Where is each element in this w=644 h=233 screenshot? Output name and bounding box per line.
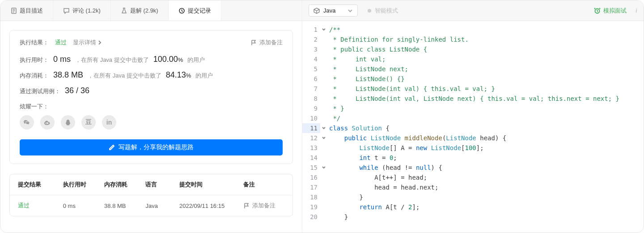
code-line[interactable]: class Solution { <box>329 123 644 133</box>
chevron-right-icon <box>97 40 102 45</box>
code-line[interactable]: */ <box>329 113 644 123</box>
tab-label: 提交记录 <box>188 7 211 15</box>
row-lang: Java <box>145 203 179 209</box>
th-memory: 内存消耗 <box>104 181 145 189</box>
th-time: 提交时间 <box>179 181 243 189</box>
th-runtime: 执行用时 <box>63 181 104 189</box>
tests-value: 36 / 36 <box>65 86 89 95</box>
write-solution-button[interactable]: 写题解，分享我的解题思路 <box>20 139 283 155</box>
add-note-link[interactable]: 添加备注 <box>250 39 283 47</box>
line-number: 14 <box>302 153 318 163</box>
code-line[interactable]: * ListNode(int val) { this.val = val; } <box>329 84 644 94</box>
table-row[interactable]: 通过 0 ms 38.8 MB Java 2022/09/11 16:15 添加… <box>10 195 292 216</box>
tab-solutions[interactable]: 题解 (2.9k) <box>111 0 169 21</box>
code-editor[interactable]: 1234567891011121314151617181920 /** * De… <box>302 21 644 233</box>
row-memory: 38.8 MB <box>104 203 145 209</box>
fold-toggle[interactable] <box>320 25 327 35</box>
code-line[interactable]: } <box>329 212 644 222</box>
fold-toggle[interactable] <box>320 133 327 143</box>
memory-pct: 84.13 <box>166 70 186 79</box>
pencil-icon <box>109 144 115 151</box>
code-line[interactable]: while (head != null) { <box>329 163 644 173</box>
cube-icon <box>314 8 320 14</box>
fold-toggle[interactable] <box>320 123 327 133</box>
clock-icon <box>178 7 185 14</box>
code-line[interactable]: head = head.next; <box>329 182 644 192</box>
info-icon[interactable]: i <box>636 7 637 14</box>
smart-mode[interactable]: 智能模式 <box>368 7 398 15</box>
code-line[interactable]: A[t++] = head; <box>329 173 644 182</box>
code-line[interactable]: * int val; <box>329 54 644 64</box>
row-result[interactable]: 通过 <box>18 202 63 210</box>
memory-value: 38.8 MB <box>53 70 83 80</box>
line-number: 16 <box>302 173 318 182</box>
show-details-link[interactable]: 显示详情 <box>73 39 102 47</box>
share-wechat-icon[interactable] <box>20 115 34 129</box>
code-line[interactable]: ListNode[] A = new ListNode[100]; <box>329 143 644 153</box>
chevron-down-icon <box>347 8 353 13</box>
tab-label: 题目描述 <box>20 7 43 15</box>
language-select[interactable]: Java <box>309 4 358 17</box>
row-add-note[interactable]: 添加备注 <box>243 202 284 210</box>
th-result: 提交结果 <box>18 181 63 189</box>
flag-icon <box>250 39 257 46</box>
result-card: 执行结果： 通过 显示详情 添加备注 执行用时： 0 ms <box>9 30 293 164</box>
tab-label: 题解 (2.9k) <box>130 7 158 15</box>
line-number: 8 <box>302 94 318 104</box>
tab-label: 评论 (1.2k) <box>72 7 101 15</box>
flag-icon <box>243 203 250 209</box>
code-line[interactable]: * } <box>329 104 644 113</box>
code-line[interactable]: int t = 0; <box>329 153 644 163</box>
line-number: 5 <box>302 64 318 74</box>
line-number: 17 <box>302 182 318 192</box>
runtime-line: 执行用时： 0 ms ，在所有 Java 提交中击败了 100.00% 的用户 <box>20 55 283 64</box>
line-number: 10 <box>302 113 318 123</box>
th-lang: 语言 <box>145 181 179 189</box>
code-line[interactable]: /** <box>329 25 644 35</box>
code-line[interactable]: * ListNode() {} <box>329 74 644 84</box>
runtime-pct: 100.00 <box>153 55 178 64</box>
line-number: 19 <box>302 202 318 212</box>
fold-toggle[interactable] <box>320 163 327 173</box>
line-number: 11 <box>302 123 320 133</box>
code-line[interactable]: * Definition for singly-linked list. <box>329 35 644 44</box>
row-runtime: 0 ms <box>63 203 104 209</box>
line-number: 3 <box>302 44 318 54</box>
file-icon <box>10 7 17 14</box>
line-number: 18 <box>302 192 318 202</box>
runtime-value: 0 ms <box>53 55 71 64</box>
share-linkedin-icon[interactable]: in <box>102 115 116 129</box>
line-number: 1 <box>302 25 318 35</box>
code-line[interactable]: * ListNode next; <box>329 64 644 74</box>
mock-interview-link[interactable]: 模拟面试 <box>594 7 627 15</box>
share-row: 豆 in <box>20 115 283 129</box>
code-line[interactable]: * public class ListNode { <box>329 44 644 54</box>
code-line[interactable]: public ListNode middleNode(ListNode head… <box>329 133 644 143</box>
chevron-down-icon <box>322 136 326 140</box>
code-line[interactable]: } <box>329 192 644 202</box>
line-number: 15 <box>302 163 318 173</box>
line-number: 7 <box>302 84 318 94</box>
tab-comments[interactable]: 评论 (1.2k) <box>53 0 111 21</box>
code-line[interactable]: return A[t / 2]; <box>329 202 644 212</box>
chat-icon <box>63 7 70 14</box>
result-label: 执行结果： <box>20 39 49 47</box>
share-qq-icon[interactable] <box>61 115 75 129</box>
share-douban-icon[interactable]: 豆 <box>81 115 96 129</box>
line-number: 4 <box>302 54 318 64</box>
code-line[interactable]: * ListNode(int val, ListNode next) { thi… <box>329 94 644 104</box>
line-number: 6 <box>302 74 318 84</box>
tests-line: 通过测试用例： 36 / 36 <box>20 86 283 95</box>
tab-submissions[interactable]: 提交记录 <box>169 0 221 21</box>
submission-table: 提交结果 执行用时 内存消耗 语言 提交时间 备注 通过 0 ms 38.8 M… <box>9 174 293 216</box>
row-time: 2022/09/11 16:15 <box>179 203 243 209</box>
memory-line: 内存消耗： 38.8 MB ，在所有 Java 提交中击败了 84.13% 的用… <box>20 70 283 80</box>
line-number: 9 <box>302 104 318 113</box>
flask-icon <box>121 7 127 14</box>
chevron-down-icon <box>322 165 326 170</box>
tab-description[interactable]: 题目描述 <box>0 0 53 21</box>
share-weibo-icon[interactable] <box>40 115 55 129</box>
chevron-down-icon <box>322 126 326 130</box>
line-number: 2 <box>302 35 318 44</box>
alarm-icon <box>594 7 601 14</box>
